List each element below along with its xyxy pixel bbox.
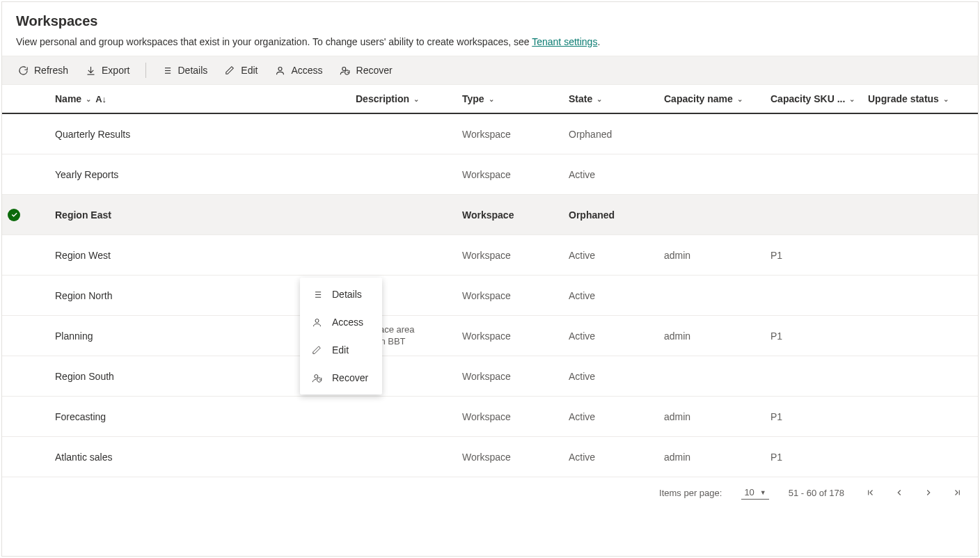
- access-label: Access: [291, 65, 322, 76]
- row-type-cell: Workspace: [457, 411, 563, 422]
- svg-point-15: [314, 374, 317, 378]
- row-name-cell: Region East: [49, 209, 350, 221]
- row-state-cell: Active: [563, 250, 658, 261]
- row-context-menu: Details Access Edit Recover: [300, 278, 382, 394]
- col-type-header[interactable]: Type ⌄: [457, 93, 563, 104]
- edit-button[interactable]: Edit: [220, 62, 262, 79]
- pagination-bar: Items per page: 10 ▼ 51 - 60 of 178: [2, 477, 978, 508]
- col-capacity-sku-label: Capacity SKU ...: [770, 93, 845, 104]
- table-row[interactable]: Yearly ReportsWorkspaceActive: [2, 154, 978, 195]
- col-upgrade-status-header[interactable]: Upgrade status ⌄: [862, 93, 965, 104]
- edit-label: Edit: [241, 65, 258, 76]
- menu-details[interactable]: Details: [300, 280, 382, 308]
- table-row[interactable]: Quarterly ResultsWorkspaceOrphaned: [2, 114, 978, 154]
- col-type-label: Type: [462, 93, 484, 104]
- menu-recover[interactable]: Recover: [300, 364, 382, 392]
- export-button[interactable]: Export: [81, 62, 134, 79]
- chevron-down-icon: ⌄: [943, 95, 949, 103]
- svg-point-14: [315, 319, 319, 322]
- workspace-name: Forecasting: [55, 411, 106, 422]
- table-row[interactable]: Region SouthWorkspaceActive: [2, 356, 978, 397]
- row-state-cell: Active: [563, 371, 658, 382]
- checkmark-icon: [8, 209, 20, 221]
- workspace-name: Atlantic sales: [55, 452, 112, 463]
- recover-button[interactable]: Recover: [335, 62, 397, 79]
- table-row[interactable]: Atlantic salesWorkspaceActiveadminP1: [2, 437, 978, 477]
- svg-point-7: [342, 67, 346, 70]
- row-select-cell[interactable]: [2, 209, 49, 221]
- table-row[interactable]: Region WestWorkspaceActiveadminP1: [2, 235, 978, 276]
- row-capacity-name-cell: admin: [658, 250, 765, 261]
- menu-access[interactable]: Access: [300, 308, 382, 336]
- items-per-page-value: 10: [744, 487, 754, 497]
- refresh-label: Refresh: [34, 65, 68, 76]
- table-row[interactable]: Region EastWorkspaceOrphaned: [2, 195, 978, 235]
- workspace-name: Region North: [55, 290, 113, 301]
- pagination-range: 51 - 60 of 178: [789, 488, 844, 498]
- row-type-cell: Workspace: [457, 330, 563, 342]
- col-description-label: Description: [356, 93, 409, 104]
- items-per-page-label: Items per page:: [659, 488, 722, 498]
- row-state-cell: Orphaned: [563, 129, 658, 140]
- export-label: Export: [102, 65, 129, 76]
- row-capacity-sku-cell: P1: [765, 250, 862, 261]
- person-icon: [274, 65, 285, 76]
- menu-edit-label: Edit: [332, 344, 349, 356]
- col-capacity-sku-header[interactable]: Capacity SKU ... ⌄: [765, 93, 862, 104]
- row-type-cell: Workspace: [457, 452, 563, 463]
- table-row[interactable]: Region NorthWorkspaceActive: [2, 276, 978, 316]
- menu-details-label: Details: [332, 289, 362, 300]
- row-type-cell: Workspace: [457, 169, 563, 180]
- details-label: Details: [178, 65, 208, 76]
- chevron-down-icon: ⌄: [489, 95, 494, 103]
- triangle-down-icon: ▼: [760, 489, 766, 496]
- refresh-icon: [17, 65, 29, 76]
- menu-edit[interactable]: Edit: [300, 336, 382, 364]
- details-button[interactable]: Details: [157, 62, 212, 79]
- chevron-down-icon: ⌄: [737, 95, 743, 103]
- person-icon: [311, 317, 322, 328]
- row-name-cell: Region West: [49, 250, 350, 261]
- row-state-cell: Orphaned: [563, 209, 658, 221]
- prev-page-button[interactable]: [893, 486, 906, 499]
- row-state-cell: Active: [563, 411, 658, 422]
- pagination-controls: [864, 486, 964, 499]
- table-row[interactable]: ForecastingWorkspaceActiveadminP1: [2, 397, 978, 437]
- row-capacity-name-cell: admin: [658, 411, 765, 422]
- toolbar-separator: [145, 63, 146, 78]
- row-type-cell: Workspace: [457, 371, 563, 382]
- col-upgrade-status-label: Upgrade status: [868, 93, 939, 104]
- subtitle-text-post: .: [597, 36, 600, 47]
- items-per-page-select[interactable]: 10 ▼: [741, 486, 768, 500]
- row-capacity-sku-cell: P1: [765, 411, 862, 422]
- tenant-settings-link[interactable]: Tenant settings: [532, 36, 597, 47]
- access-button[interactable]: Access: [270, 62, 326, 79]
- page-subtitle: View personal and group workspaces that …: [16, 36, 964, 47]
- page-title: Workspaces: [16, 13, 964, 29]
- table-row[interactable]: PlanningorkSpace arear test in BBTWorksp…: [2, 316, 978, 356]
- svg-point-6: [278, 67, 282, 70]
- col-name-header[interactable]: Name ⌄ A↓: [49, 93, 350, 104]
- col-description-header[interactable]: Description ⌄: [350, 93, 457, 104]
- recover-icon: [340, 65, 351, 76]
- refresh-button[interactable]: Refresh: [13, 62, 72, 79]
- workspace-name: Region South: [55, 371, 114, 382]
- chevron-down-icon: ⌄: [413, 95, 419, 103]
- table-header: Name ⌄ A↓ Description ⌄ Type ⌄ State ⌄ C…: [2, 85, 978, 114]
- row-state-cell: Active: [563, 330, 658, 342]
- last-page-button[interactable]: [951, 486, 964, 499]
- sort-az-icon: A↓: [95, 94, 106, 104]
- col-state-header[interactable]: State ⌄: [563, 93, 658, 104]
- list-icon: [161, 65, 173, 76]
- col-capacity-name-label: Capacity name: [664, 93, 733, 104]
- col-capacity-name-header[interactable]: Capacity name ⌄: [658, 93, 765, 104]
- chevron-down-icon: ⌄: [596, 95, 602, 103]
- recover-label: Recover: [356, 65, 393, 76]
- more-options-icon[interactable]: [311, 209, 322, 221]
- row-type-cell: Workspace: [457, 129, 563, 140]
- pencil-icon: [311, 344, 322, 356]
- first-page-button[interactable]: [864, 486, 876, 499]
- next-page-button[interactable]: [922, 486, 935, 499]
- row-name-cell: Forecasting: [49, 411, 350, 422]
- chevron-down-icon: ⌄: [849, 95, 855, 103]
